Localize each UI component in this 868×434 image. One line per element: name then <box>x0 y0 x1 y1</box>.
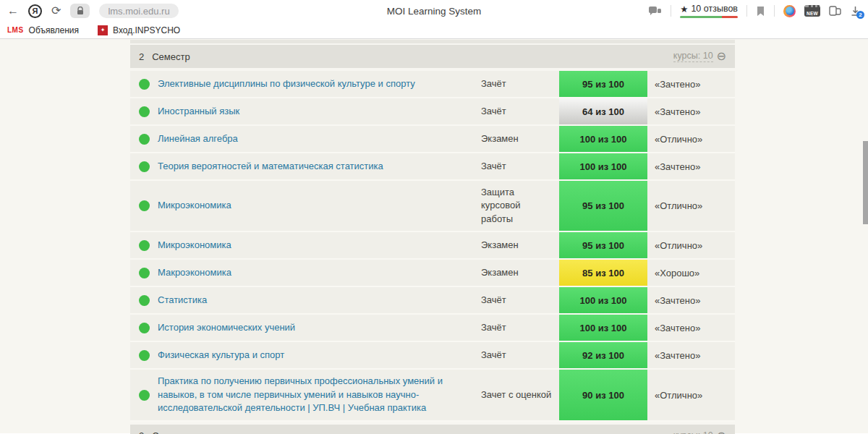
divider <box>774 5 775 17</box>
course-link[interactable]: Микроэкономика <box>158 232 481 258</box>
expand-icon[interactable]: ⊕ <box>717 430 726 434</box>
course-rows: Элективные дисциплины по физической куль… <box>130 71 735 422</box>
bookmarks-bar: LMS Объявления ✦ Вход.INPSYCHO <box>0 22 868 39</box>
assessment-type: Зачёт <box>481 315 559 341</box>
status-dot-icon <box>139 323 150 333</box>
course-row: Микроэкономика Защита курсовой работы 95… <box>130 181 735 232</box>
course-link[interactable]: Иностранный язык <box>158 98 481 124</box>
course-row: Статистика Зачёт 100 из 100 «Зачтено» <box>130 287 735 315</box>
feedback-icon[interactable] <box>648 6 662 17</box>
score-badge: 64 из 100 <box>559 98 647 124</box>
course-link[interactable]: Элективные дисциплины по физической куль… <box>158 71 481 97</box>
semester-number: 2 <box>139 51 144 62</box>
course-row: История экономических учений Зачёт 100 и… <box>130 315 735 342</box>
lock-icon <box>77 7 84 15</box>
grade-label: «Зачтено» <box>647 153 735 179</box>
inpsycho-favicon: ✦ <box>98 25 108 35</box>
semester-3-header: 3 Семестр курсы: 10 ⊕ <box>130 425 735 434</box>
semester-table: 2 Семестр курсы: 10 ⊖ Элективные дисципл… <box>130 40 735 434</box>
course-row: Линейная алгебра Экзамен 100 из 100 «Отл… <box>130 126 735 153</box>
status-dot-icon <box>139 106 150 117</box>
status-cell <box>130 153 158 179</box>
course-link[interactable]: Теория вероятностей и математическая ста… <box>158 153 481 179</box>
lms-favicon: LMS <box>7 26 24 34</box>
courses-count-link[interactable]: курсы: 10 <box>673 51 713 62</box>
bookmark-label: Вход.INPSYCHO <box>113 25 180 35</box>
course-link[interactable]: Физическая культура и спорт <box>158 342 481 368</box>
new-feature-icon[interactable]: NEW <box>804 5 820 17</box>
status-cell <box>130 126 158 152</box>
assessment-type: Зачёт <box>481 153 559 179</box>
grade-label: «Отлично» <box>647 181 735 231</box>
grade-label: «Зачтено» <box>647 287 735 313</box>
assessment-type: Экзамен <box>481 260 559 286</box>
status-dot-icon <box>139 268 150 278</box>
course-row: Физическая культура и спорт Зачёт 92 из … <box>130 342 735 370</box>
semester-2-header: 2 Семестр курсы: 10 ⊖ <box>130 45 735 68</box>
status-cell <box>130 71 158 97</box>
status-cell <box>130 342 158 368</box>
toolbar-right-icons: ★ 10 отзывов NEW 2 <box>648 4 861 19</box>
course-row: Теория вероятностей и математическая ста… <box>130 153 735 181</box>
status-dot-icon <box>139 240 150 251</box>
status-dot-icon <box>139 134 150 145</box>
downloads-button[interactable]: 2 <box>850 6 861 17</box>
vertical-scrollbar[interactable] <box>863 141 868 224</box>
status-cell <box>130 260 158 286</box>
course-row: Иностранный язык Зачёт 64 из 100 «Зачтен… <box>130 98 735 126</box>
courses-count-link[interactable]: курсы: 10 <box>673 430 713 434</box>
course-row: Макроэкономика Экзамен 85 из 100 «Хорошо… <box>130 260 735 287</box>
bookmark-label: Объявления <box>29 25 79 35</box>
bookmark-item-announcements[interactable]: LMS Объявления <box>7 25 79 35</box>
collapse-icon[interactable]: ⊖ <box>717 51 726 62</box>
course-link[interactable]: Статистика <box>158 287 481 313</box>
bookmark-item-inpsycho[interactable]: ✦ Вход.INPSYCHO <box>98 25 180 35</box>
side-panels-icon[interactable] <box>829 5 841 17</box>
status-dot-icon <box>139 295 150 306</box>
score-badge: 95 из 100 <box>559 71 647 97</box>
course-link[interactable]: Макроэкономика <box>158 260 481 286</box>
grade-label: «Зачтено» <box>647 315 735 341</box>
score-badge: 85 из 100 <box>559 260 647 286</box>
yandex-browser-icon[interactable]: Я <box>28 4 42 18</box>
status-cell <box>130 181 158 231</box>
score-badge: 90 из 100 <box>559 370 647 420</box>
address-bar[interactable]: lms.moi.edu.ru <box>99 4 179 18</box>
bookmark-icon[interactable] <box>756 6 765 17</box>
download-count-badge: 2 <box>856 11 864 19</box>
score-badge: 95 из 100 <box>559 181 647 231</box>
course-link[interactable]: Линейная алгебра <box>158 126 481 152</box>
assessment-type: Защита курсовой работы <box>481 181 559 231</box>
grade-label: «Зачтено» <box>647 71 735 97</box>
grade-label: «Зачтено» <box>647 342 735 368</box>
back-icon[interactable]: ← <box>7 5 19 17</box>
extension-icon[interactable] <box>783 5 796 17</box>
browser-toolbar: ← Я ⟳ lms.moi.edu.ru MOI Learning System… <box>0 0 868 22</box>
divider <box>671 5 671 17</box>
assessment-type: Зачёт <box>481 287 559 313</box>
site-reviews[interactable]: ★ 10 отзывов <box>680 4 738 19</box>
score-badge: 100 из 100 <box>559 126 647 152</box>
star-icon: ★ <box>680 4 688 14</box>
assessment-type: Зачёт <box>481 98 559 124</box>
assessment-type: Зачёт <box>481 71 559 97</box>
previous-block-edge <box>130 40 735 43</box>
course-row: Микроэкономика Экзамен 95 из 100 «Отличн… <box>130 232 735 260</box>
semester-number: 3 <box>139 430 144 434</box>
status-dot-icon <box>139 390 150 401</box>
reviews-count-label: 10 отзывов <box>691 4 738 14</box>
course-link[interactable]: История экономических учений <box>158 315 481 341</box>
status-dot-icon <box>139 200 150 211</box>
score-badge: 95 из 100 <box>559 232 647 258</box>
course-link[interactable]: Практика по получению первичных професси… <box>158 370 481 420</box>
grade-label: «Хорошо» <box>647 260 735 286</box>
status-cell <box>130 315 158 341</box>
browser-window: ← Я ⟳ lms.moi.edu.ru MOI Learning System… <box>0 0 868 434</box>
status-cell <box>130 232 158 258</box>
course-link[interactable]: Микроэкономика <box>158 181 481 231</box>
score-badge: 100 из 100 <box>559 287 647 313</box>
refresh-icon[interactable]: ⟳ <box>51 5 61 17</box>
ssl-lock-icon[interactable] <box>70 4 90 18</box>
assessment-type: Экзамен <box>481 126 559 152</box>
assessment-type: Зачёт <box>481 342 559 368</box>
